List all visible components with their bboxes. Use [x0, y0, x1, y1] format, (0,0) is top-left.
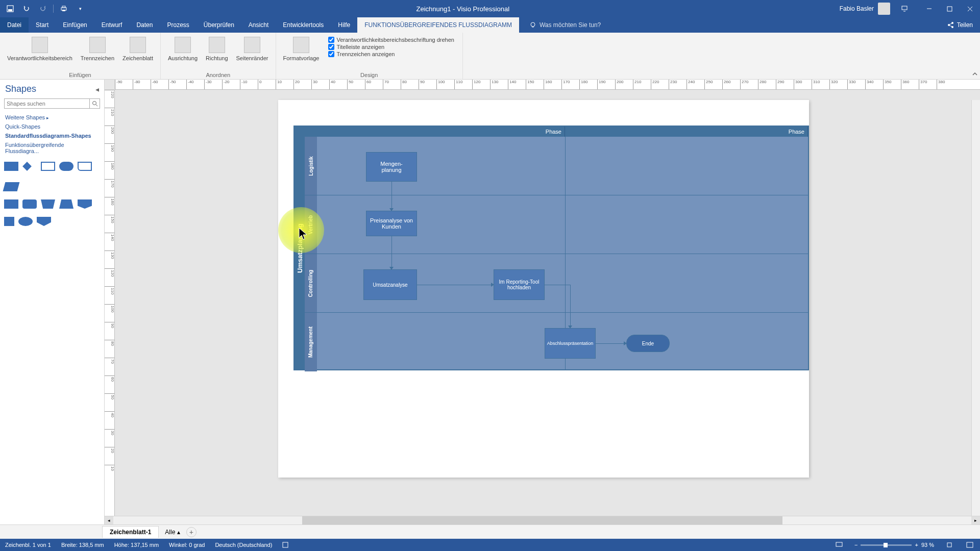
page-button[interactable]: Zeichenblatt: [119, 35, 156, 63]
orientation-button[interactable]: Ausrichtung: [165, 35, 201, 63]
shape-document[interactable]: [78, 162, 92, 171]
scroll-right-button[interactable]: ▸: [971, 516, 980, 525]
fullscreen-button[interactable]: [965, 541, 975, 549]
swimlane-button[interactable]: Verantwortlichkeitsbereich: [4, 35, 76, 63]
close-button[interactable]: [960, 0, 980, 17]
style-button[interactable]: Formatvorlage: [280, 35, 323, 63]
more-shapes-item[interactable]: Weitere Shapes: [4, 113, 100, 122]
shape-onpage[interactable]: [18, 217, 33, 226]
check-show-separator[interactable]: Trennzeichen anzeigen: [328, 51, 454, 57]
check-rotate-labels[interactable]: Verantwortlichkeitsbereichsbeschriftung …: [328, 37, 454, 43]
swimlane-title[interactable]: Umsatzplanung: [295, 127, 305, 369]
shape-subprocess[interactable]: [41, 162, 55, 171]
shape-preisanalyse[interactable]: Preisanalyse von Kunden: [366, 211, 417, 236]
tab-einfuegen[interactable]: Einfügen: [56, 17, 94, 33]
zoom-in-button[interactable]: +: [915, 542, 918, 548]
shape-process[interactable]: [4, 162, 18, 171]
stencil-standard[interactable]: Standardflussdiagramm-Shapes: [4, 131, 100, 140]
redo-button[interactable]: [37, 3, 49, 15]
svg-line-15: [949, 23, 952, 24]
zoom-slider[interactable]: [861, 544, 912, 546]
separator-button[interactable]: Trennzeichen: [78, 35, 117, 63]
tab-hilfe[interactable]: Hilfe: [331, 17, 357, 33]
tab-entwicklertools[interactable]: Entwicklertools: [276, 17, 331, 33]
connector[interactable]: [596, 343, 624, 344]
status-page: Zeichenbl. 1 von 1: [5, 542, 51, 548]
svg-rect-19: [283, 542, 288, 547]
direction-button[interactable]: Richtung: [203, 35, 231, 63]
tab-datei[interactable]: Datei: [0, 17, 29, 33]
shape-ende[interactable]: Ende: [626, 335, 670, 352]
scroll-thumb[interactable]: [302, 516, 782, 525]
minimize-button[interactable]: [919, 0, 939, 17]
all-pages-button[interactable]: Alle ▴: [161, 527, 184, 538]
swimlane-container[interactable]: Umsatzplanung Phase Phase Logistik Vertr…: [293, 126, 809, 370]
tab-prozess[interactable]: Prozess: [160, 17, 196, 33]
tell-me-search[interactable]: [529, 21, 642, 29]
vertical-scrollbar[interactable]: [971, 100, 980, 516]
tab-ansicht[interactable]: Ansicht: [241, 17, 276, 33]
shape-offpage[interactable]: [37, 217, 51, 226]
horizontal-scrollbar[interactable]: ◂ ▸: [105, 516, 980, 524]
shape-proc3[interactable]: [4, 217, 14, 226]
shape-terminator[interactable]: [59, 162, 74, 171]
page-icon: [130, 37, 146, 53]
page-tabs: Zeichenblatt-1 Alle ▴ +: [0, 524, 980, 539]
qat-customize-icon[interactable]: ▾: [74, 3, 86, 15]
tab-start[interactable]: Start: [29, 17, 56, 33]
window-title: Zeichnung1 - Visio Professional: [90, 5, 836, 13]
connector[interactable]: [545, 285, 570, 285]
connector[interactable]: [391, 182, 392, 208]
shape-data[interactable]: [3, 182, 20, 191]
shape-display[interactable]: [78, 199, 92, 209]
fit-page-button[interactable]: [944, 541, 954, 549]
shape-external[interactable]: [41, 199, 55, 209]
shape-manual[interactable]: [59, 199, 74, 209]
zoom-level[interactable]: 93 %: [921, 542, 934, 548]
undo-button[interactable]: [20, 3, 33, 15]
shape-reporting[interactable]: Im Reporting-Tool hochladen: [494, 269, 545, 300]
quick-shapes-item[interactable]: Quick-Shapes: [4, 122, 100, 131]
canvas[interactable]: Umsatzplanung Phase Phase Logistik Vertr…: [115, 90, 980, 516]
collapse-ribbon-button[interactable]: [972, 71, 978, 77]
share-button[interactable]: Teilen: [940, 21, 980, 29]
avatar[interactable]: [878, 3, 890, 15]
shape-abschluss[interactable]: Abschlusspräsentation: [545, 328, 596, 359]
shape-database[interactable]: [22, 199, 37, 209]
shape-proc2[interactable]: [4, 199, 18, 209]
tab-daten[interactable]: Daten: [129, 17, 160, 33]
shape-umsatzanalyse[interactable]: Umsatzanalyse: [363, 269, 417, 300]
scroll-left-button[interactable]: ◂: [105, 516, 113, 525]
add-page-button[interactable]: +: [186, 527, 197, 537]
shape-mengenplanung[interactable]: Mengen- planung: [366, 152, 417, 182]
ruler-horizontal: -90-80-60-50-40-30-20-100102030405060708…: [115, 80, 980, 90]
connector[interactable]: [417, 285, 491, 285]
ribbon-options-button[interactable]: [894, 0, 915, 17]
shapes-search-input[interactable]: [4, 98, 90, 109]
tab-funktionsuebergreifend[interactable]: FUNKTIONSÜBERGREIFENDES FLUSSDIAGRAMM: [357, 17, 519, 33]
maximize-button[interactable]: [939, 0, 960, 17]
page-tab-1[interactable]: Zeichenblatt-1: [102, 526, 159, 538]
presentation-view-button[interactable]: [834, 541, 844, 549]
shape-decision[interactable]: [22, 162, 37, 171]
tell-me-input[interactable]: [540, 21, 642, 29]
direction-icon: [209, 37, 225, 53]
check-show-titlebar[interactable]: Titelleiste anzeigen: [328, 44, 454, 50]
save-button[interactable]: [4, 3, 16, 15]
tab-entwurf[interactable]: Entwurf: [94, 17, 130, 33]
ruler-vertical: 2202102001901801701601501401301201101009…: [105, 90, 115, 516]
print-button[interactable]: [58, 3, 70, 15]
phase-2[interactable]: Phase: [565, 127, 808, 137]
shapes-search-button[interactable]: [90, 98, 100, 109]
connector[interactable]: [391, 236, 392, 267]
connector[interactable]: [570, 285, 571, 325]
margins-icon: [244, 37, 260, 53]
macro-record-icon[interactable]: [282, 542, 288, 548]
phase-1[interactable]: Phase: [305, 127, 565, 137]
ribbon-group-anordnen: Ausrichtung Richtung Seitenränder Anordn…: [161, 33, 276, 79]
margins-button[interactable]: Seitenränder: [233, 35, 272, 63]
zoom-out-button[interactable]: −: [854, 542, 857, 548]
tab-ueberpruefen[interactable]: Überprüfen: [197, 17, 241, 33]
stencil-crossfunc[interactable]: Funktionsübergreifende Flussdiagra...: [4, 140, 100, 156]
collapse-shapes-icon[interactable]: ◂: [95, 85, 99, 93]
